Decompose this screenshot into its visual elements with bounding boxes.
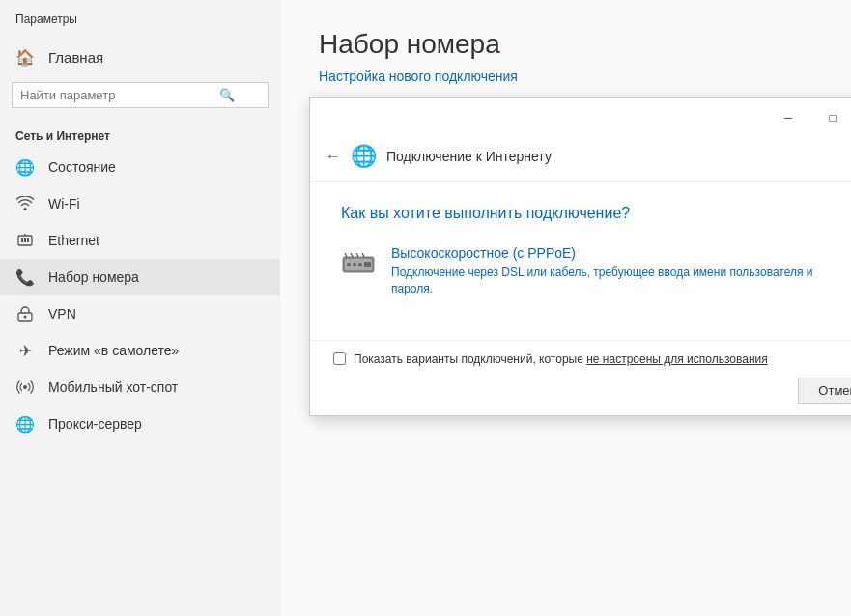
checkbox-label: Показать варианты подключений, которые н… <box>354 352 768 366</box>
pppoe-option-content: Высокоскоростное (с PPPoE) Подключение ч… <box>391 245 816 297</box>
back-button[interactable]: ← <box>326 148 341 165</box>
vpn-label: VPN <box>48 306 76 322</box>
svg-point-11 <box>353 263 356 266</box>
section-label: Сеть и Интернет <box>0 124 280 149</box>
home-icon: 🏠 <box>15 48 35 67</box>
airplane-icon: ✈ <box>15 341 35 360</box>
dialup-label: Набор номера <box>48 269 139 285</box>
dialog-title: Подключение к Интернету <box>386 149 552 164</box>
dialog: ─ □ ✕ ← 🌐 Подключение к Интернету Как вы… <box>309 97 851 416</box>
svg-line-15 <box>351 253 353 257</box>
svg-line-14 <box>345 253 347 257</box>
footer-buttons: Отмена <box>333 378 851 404</box>
dialog-question: Как вы хотите выполнить подключение? <box>341 205 851 222</box>
sidebar-item-dialup[interactable]: 📞 Набор номера <box>0 259 280 295</box>
search-input[interactable] <box>20 88 213 102</box>
sidebar-home-button[interactable]: 🏠 Главная <box>0 39 280 76</box>
pppoe-icon <box>341 249 376 280</box>
dialup-icon: 📞 <box>15 267 35 287</box>
checkbox-text-underline: не настроены для использования <box>586 352 768 366</box>
pppoe-option-title[interactable]: Высокоскоростное (с PPPoE) <box>391 245 816 261</box>
show-options-checkbox[interactable] <box>333 352 346 365</box>
airplane-label: Режим «в самолете» <box>48 343 179 358</box>
dialog-titlebar: ─ □ ✕ <box>310 98 851 138</box>
status-label: Состояние <box>48 159 116 175</box>
wifi-label: Wi-Fi <box>48 196 80 211</box>
minimize-button[interactable]: ─ <box>766 103 810 132</box>
maximize-button[interactable]: □ <box>810 103 851 132</box>
hotspot-icon <box>15 378 35 397</box>
wifi-icon <box>15 194 35 213</box>
svg-rect-2 <box>24 238 26 242</box>
svg-rect-3 <box>27 238 29 242</box>
sidebar-item-status[interactable]: 🌐 Состояние <box>0 149 280 185</box>
page-title: Набор номера <box>319 29 812 60</box>
connection-option-pppoe[interactable]: Высокоскоростное (с PPPoE) Подключение ч… <box>341 245 851 297</box>
svg-point-12 <box>358 263 362 266</box>
svg-rect-1 <box>21 238 23 242</box>
svg-line-16 <box>356 253 358 257</box>
titlebar-buttons: ─ □ ✕ <box>766 103 851 132</box>
svg-point-6 <box>24 316 27 319</box>
pppoe-option-desc: Подключение через DSL или кабель, требую… <box>391 265 816 297</box>
sidebar-item-wifi[interactable]: Wi-Fi <box>0 185 280 222</box>
dialog-header: ← 🌐 Подключение к Интернету <box>310 138 851 182</box>
search-box[interactable]: 🔍 <box>12 82 269 108</box>
sidebar: Параметры 🏠 Главная 🔍 Сеть и Интернет 🌐 … <box>0 0 280 616</box>
sidebar-title-bar: Параметры <box>0 0 280 39</box>
home-label: Главная <box>48 49 103 66</box>
svg-point-10 <box>347 263 351 266</box>
dialog-header-icon: 🌐 <box>351 144 377 169</box>
search-icon: 🔍 <box>219 88 235 102</box>
ethernet-label: Ethernet <box>48 233 99 248</box>
svg-point-7 <box>23 385 27 389</box>
checkbox-text-normal: Показать варианты подключений, которые <box>354 352 586 366</box>
app-title: Параметры <box>15 13 77 26</box>
sidebar-item-vpn[interactable]: VPN <box>0 295 280 332</box>
ethernet-icon <box>15 231 35 250</box>
sidebar-item-proxy[interactable]: 🌐 Прокси-сервер <box>0 406 280 442</box>
svg-line-17 <box>362 253 364 257</box>
vpn-icon <box>15 304 35 323</box>
main-content: Набор номера Настройка нового подключени… <box>280 0 851 616</box>
sidebar-item-airplane[interactable]: ✈ Режим «в самолете» <box>0 332 280 369</box>
proxy-label: Прокси-сервер <box>48 416 142 432</box>
cancel-button[interactable]: Отмена <box>798 378 851 404</box>
new-connection-link[interactable]: Настройка нового подключения <box>319 69 518 84</box>
dialog-footer: Показать варианты подключений, которые н… <box>310 340 851 415</box>
dialog-body: Как вы хотите выполнить подключение? <box>310 182 851 340</box>
status-icon: 🌐 <box>15 157 35 177</box>
hotspot-label: Мобильный хот-спот <box>48 379 178 395</box>
checkbox-row: Показать варианты подключений, которые н… <box>333 352 851 366</box>
sidebar-item-ethernet[interactable]: Ethernet <box>0 222 280 259</box>
proxy-icon: 🌐 <box>15 414 35 434</box>
svg-rect-13 <box>364 262 371 267</box>
sidebar-item-hotspot[interactable]: Мобильный хот-спот <box>0 369 280 406</box>
